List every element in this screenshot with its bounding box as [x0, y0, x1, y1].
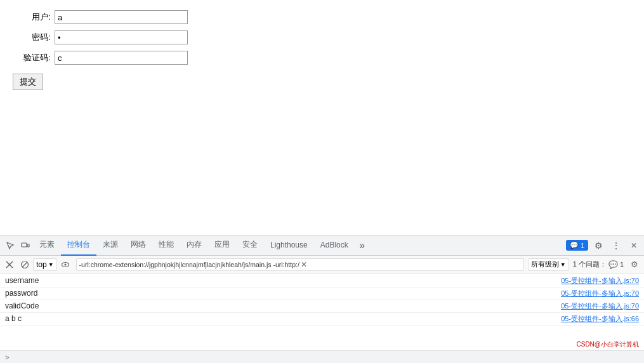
- username-row: 用户:: [13, 10, 631, 24]
- main-content: 用户: 密码: 验证码: 提交: [0, 0, 644, 235]
- verifycode-label: 验证码:: [13, 52, 51, 63]
- password-label: 密码:: [13, 32, 51, 43]
- username-input[interactable]: [55, 10, 188, 24]
- verifycode-input[interactable]: [55, 51, 188, 65]
- verifycode-row: 验证码:: [13, 51, 631, 65]
- submit-button[interactable]: 提交: [13, 74, 43, 90]
- submit-row: 提交: [13, 71, 631, 90]
- password-input[interactable]: [55, 30, 188, 44]
- password-row: 密码:: [13, 30, 631, 44]
- username-label: 用户:: [13, 11, 51, 23]
